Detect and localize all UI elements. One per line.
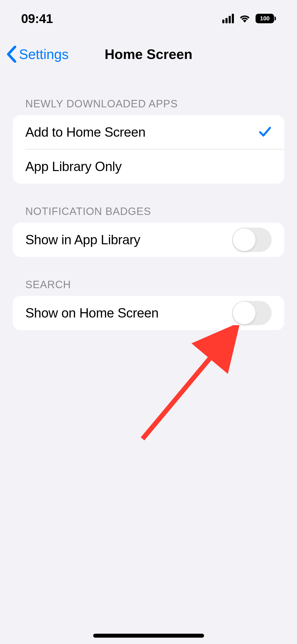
status-icons: 100 (222, 13, 276, 24)
row-show-in-app-library: Show in App Library (13, 223, 284, 257)
wifi-icon (239, 13, 251, 24)
option-label: Add to Home Screen (25, 125, 145, 140)
navigation-bar: Settings Home Screen (0, 37, 297, 71)
option-add-to-home-screen[interactable]: Add to Home Screen (13, 115, 284, 149)
toggle-show-in-app-library[interactable] (232, 228, 272, 252)
status-bar: 09:41 100 (0, 0, 297, 37)
chevron-left-icon (6, 46, 17, 63)
cellular-signal-icon (222, 14, 234, 23)
back-label: Settings (19, 46, 69, 62)
svg-line-1 (143, 333, 231, 439)
back-button[interactable]: Settings (6, 46, 69, 63)
group-notification-badges: Show in App Library (13, 223, 284, 257)
option-label: App Library Only (25, 159, 121, 174)
checkmark-icon (258, 125, 272, 139)
section-header-search: SEARCH (13, 257, 284, 296)
group-downloaded-apps: Add to Home Screen App Library Only (13, 115, 284, 184)
section-header-notification-badges: NOTIFICATION BADGES (13, 184, 284, 223)
toggle-show-on-home-screen[interactable] (232, 301, 272, 325)
row-label: Show in App Library (25, 232, 140, 247)
group-search: Show on Home Screen (13, 296, 284, 330)
row-show-on-home-screen: Show on Home Screen (13, 296, 284, 330)
toggle-knob (233, 228, 256, 251)
content: NEWLY DOWNLOADED APPS Add to Home Screen… (0, 71, 297, 330)
option-app-library-only[interactable]: App Library Only (13, 149, 284, 184)
status-time: 09:41 (21, 11, 53, 26)
battery-level: 100 (256, 14, 274, 23)
row-label: Show on Home Screen (25, 305, 159, 321)
toggle-knob (233, 302, 256, 324)
section-header-downloaded-apps: NEWLY DOWNLOADED APPS (13, 71, 284, 115)
home-indicator[interactable] (93, 634, 204, 638)
annotation-arrow (140, 325, 240, 441)
battery-icon: 100 (256, 14, 276, 23)
